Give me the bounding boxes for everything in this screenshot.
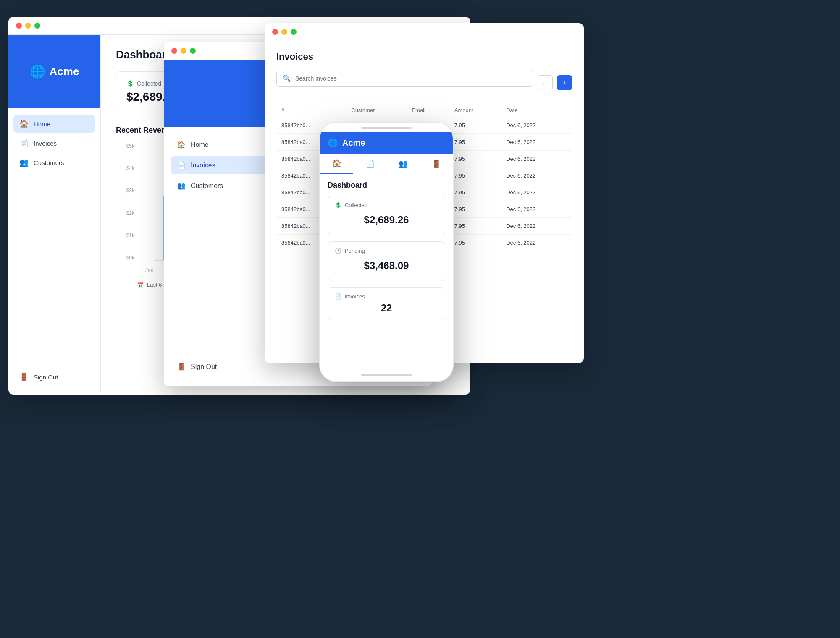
cell-date: Dec 6, 2022 [501, 235, 572, 251]
phone-section-title: Dashboard [328, 181, 445, 190]
calendar-icon: 📅 [137, 282, 144, 288]
globe-icon: 🌐 [30, 64, 45, 79]
cell-date: Dec 6, 2022 [501, 184, 572, 201]
maximize-button[interactable] [34, 23, 40, 29]
maximize-button-2[interactable] [190, 48, 196, 54]
cell-amount: 7.95 [449, 218, 501, 235]
sidebar-label-home: Home [34, 120, 50, 128]
phone-collected-card: 💲 Collected $2,689.26 [328, 196, 445, 235]
phone-globe-icon: 🌐 [328, 138, 338, 148]
phone-notch-bar [361, 127, 412, 129]
search-icon: 🔍 [283, 74, 291, 82]
phone-invoices-card: 📄 Invoices 22 [328, 287, 445, 320]
search-bar[interactable]: 🔍 [276, 70, 533, 87]
phone-nav-home[interactable]: 🏠 [320, 154, 353, 174]
col-header-amount: Amount [449, 104, 501, 117]
sidebar-nav-1: 🏠 Home 📄 Invoices 👥 Customers [8, 108, 100, 361]
phone-body: Dashboard 💲 Collected $2,689.26 🕐 Pendin… [320, 174, 453, 369]
col-header-customer: Customer [346, 104, 407, 117]
y-label-2k: $2k [118, 210, 134, 216]
home-icon: 🏠 [19, 119, 29, 128]
maximize-button-3[interactable] [291, 29, 297, 35]
sign-out-label-2: Sign Out [191, 363, 217, 371]
customers-icon: 👥 [19, 158, 29, 167]
sign-out-icon-1: 🚪 [19, 372, 29, 382]
sidebar-label-customers: Customers [34, 159, 64, 166]
sidebar-bottom-1: 🚪 Sign Out [8, 361, 100, 392]
cell-date: Dec 6, 2022 [501, 167, 572, 184]
sign-out-icon-2: 🚪 [177, 363, 186, 371]
y-label-1k: $1k [118, 233, 134, 238]
phone-invoices-label: 📄 Invoices [335, 293, 438, 300]
sidebar-label-invoices: Invoices [34, 140, 57, 147]
phone-collected-value: $2,689.26 [335, 211, 438, 229]
search-input[interactable] [295, 75, 527, 82]
sidebar-item-invoices[interactable]: 📄 Invoices [13, 134, 95, 152]
phone-nav: 🏠 📄 👥 🚪 [320, 154, 453, 174]
col-header-id: # [276, 104, 346, 117]
minimize-button-2[interactable] [181, 48, 186, 54]
brand-name-1: Acme [50, 65, 79, 78]
phone-nav-invoices[interactable]: 📄 [353, 154, 386, 174]
sidebar-item-customers[interactable]: 👥 Customers [13, 154, 95, 171]
phone-header: 🌐 Acme [320, 132, 453, 154]
phone-footer [320, 369, 453, 381]
cell-date: Dec 6, 2022 [501, 218, 572, 235]
close-button[interactable] [16, 23, 22, 29]
phone-nav-signout[interactable]: 🚪 [420, 154, 453, 174]
phone-pending-value: $3,468.09 [335, 256, 438, 275]
cell-amount: 7.95 [449, 151, 501, 167]
titlebar-3 [265, 23, 584, 41]
phone-nav-customers[interactable]: 👥 [386, 154, 420, 174]
cell-amount: 7.95 [449, 167, 501, 184]
cell-amount: 7.95 [449, 117, 501, 134]
y-label-5k: $5k [118, 143, 134, 149]
y-label-0k: $0k [118, 255, 134, 261]
sidebar2-label-customers: Customers [191, 182, 223, 190]
cell-amount: 7.95 [449, 134, 501, 151]
phone-outer: 🌐 Acme 🏠 📄 👥 🚪 Dashboard 💲 Collected $2,… [319, 122, 454, 382]
phone-brand-name: Acme [342, 138, 365, 148]
sidebar-1: 🌐 Acme 🏠 Home 📄 Invoices 👥 Customers [8, 35, 101, 392]
cell-date: Dec 6, 2022 [501, 117, 572, 134]
y-label-4k: $4k [118, 165, 134, 171]
cell-amount: 7.95 [449, 235, 501, 251]
table-header-row: # Customer Email Amount Date [276, 104, 572, 117]
invoices-page-title: Invoices [276, 51, 572, 62]
filter-button[interactable]: ← [538, 75, 553, 90]
sign-out-button-1[interactable]: 🚪 Sign Out [13, 368, 95, 386]
close-button-2[interactable] [171, 48, 177, 54]
phone-footer-bar [361, 374, 412, 376]
col-header-date: Date [501, 104, 572, 117]
sign-out-label-1: Sign Out [34, 374, 58, 381]
cell-date: Dec 6, 2022 [501, 151, 572, 167]
minimize-button-3[interactable] [281, 29, 287, 35]
cell-date: Dec 6, 2022 [501, 134, 572, 151]
sidebar-item-home[interactable]: 🏠 Home [13, 115, 95, 133]
phone-clock-icon: 🕐 [335, 248, 341, 254]
phone-invoices-icon: 📄 [335, 293, 341, 300]
add-button[interactable]: + [557, 75, 572, 90]
sidebar2-label-invoices: Invoices [191, 162, 215, 169]
close-button-3[interactable] [272, 29, 278, 35]
invoices-icon: 📄 [19, 139, 29, 148]
y-label-3k: $3k [118, 188, 134, 193]
phone-device: 🌐 Acme 🏠 📄 👥 🚪 Dashboard 💲 Collected $2,… [319, 122, 454, 382]
phone-dollar-icon: 💲 [335, 202, 341, 208]
minimize-button[interactable] [25, 23, 31, 29]
chart-yaxis: $5k $4k $3k $2k $1k $0k [118, 143, 134, 261]
brand-logo-1: 🌐 Acme [8, 35, 100, 108]
phone-collected-label: 💲 Collected [335, 202, 438, 208]
home-icon-2: 🏠 [177, 141, 186, 149]
dollar-circle-icon: 💲 [126, 80, 134, 87]
phone-pending-card: 🕐 Pending $3,468.09 [328, 241, 445, 281]
cell-amount: 7.95 [449, 184, 501, 201]
col-header-email: Email [407, 104, 449, 117]
x-label-jan: Jan [145, 267, 153, 273]
invoices-icon-2: 📄 [177, 161, 186, 169]
cell-date: Dec 6, 2022 [501, 201, 572, 218]
customers-icon-2: 👥 [177, 182, 186, 190]
phone-notch [320, 123, 453, 132]
phone-invoices-count: 22 [335, 302, 438, 314]
cell-amount: 7.95 [449, 201, 501, 218]
